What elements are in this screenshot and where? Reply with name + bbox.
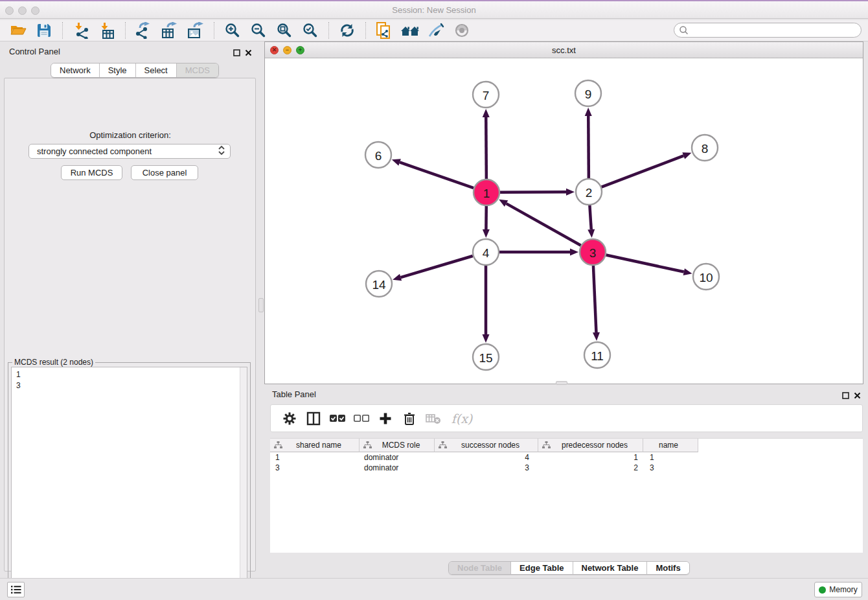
import-table-button[interactable] [94, 21, 120, 40]
close-panel-button[interactable]: Close panel [131, 165, 198, 180]
graph-edge-arrowhead [483, 109, 490, 117]
cell-name[interactable]: 1 [643, 452, 698, 463]
function-builder-button[interactable]: f(x) [445, 408, 479, 430]
cell-mcds-role[interactable]: dominator [360, 463, 435, 473]
tab-network[interactable]: Network [51, 63, 100, 77]
result-scrollbar[interactable] [240, 367, 247, 600]
cell-successor-nodes[interactable]: 3 [435, 463, 538, 473]
column-header-predecessor-nodes[interactable]: predecessor nodes [538, 439, 643, 452]
close-table-panel-icon[interactable] [854, 390, 861, 402]
graph-edge-3-1[interactable] [507, 203, 581, 246]
zoom-selected-button[interactable] [297, 21, 323, 40]
cell-shared-name[interactable]: 3 [270, 463, 360, 473]
column-header-shared-name[interactable]: shared name [270, 439, 360, 452]
graph-edge-1-7[interactable] [486, 117, 486, 179]
graph-node-label: 7 [483, 89, 490, 102]
graph-node-label: 9 [585, 87, 592, 101]
deselect-all-checkboxes-button[interactable] [349, 408, 373, 430]
cell-mcds-role[interactable]: dominator [360, 452, 435, 463]
tab-edge-table[interactable]: Edge Table [511, 562, 573, 574]
status-bar: Memory [0, 578, 868, 600]
memory-button[interactable]: Memory [814, 582, 862, 597]
zoom-fit-button[interactable] [271, 21, 297, 40]
eye-icon [453, 23, 470, 38]
mcds-result-textarea[interactable]: 1 3 [11, 367, 247, 600]
float-panel-icon[interactable] [233, 47, 240, 59]
cell-successor-nodes[interactable]: 4 [435, 452, 538, 463]
control-panel-title: Control Panel [9, 47, 60, 56]
column-header-mcds-role[interactable]: MCDS role [360, 439, 435, 452]
cell-predecessor-nodes[interactable]: 2 [538, 463, 643, 473]
tab-motifs[interactable]: Motifs [647, 562, 689, 574]
pane-divider-grip-left[interactable] [258, 298, 264, 312]
graph-edge-3-10[interactable] [606, 255, 684, 271]
optimization-criterion-select[interactable]: strongly connected component [29, 144, 231, 159]
column-header-successor-nodes[interactable]: successor nodes [435, 439, 538, 452]
memory-label: Memory [829, 585, 857, 594]
window-titlebar: Session: New Session [0, 0, 868, 19]
export-table-button[interactable] [157, 21, 183, 40]
show-hide-button[interactable] [449, 21, 475, 40]
graph-edge-3-11[interactable] [593, 266, 597, 332]
cell-predecessor-nodes[interactable]: 1 [538, 452, 643, 463]
first-neighbors-button[interactable] [397, 21, 423, 40]
graph-node-label: 2 [586, 186, 593, 200]
zoom-out-button[interactable] [246, 21, 271, 40]
save-session-button[interactable] [31, 21, 57, 40]
network-view-title: scc.txt [265, 45, 863, 55]
cell-name[interactable]: 3 [643, 463, 698, 473]
graph-edge-2-3[interactable] [589, 205, 591, 229]
apply-style-button[interactable] [423, 21, 449, 40]
graph-edge-1-2[interactable] [500, 192, 566, 192]
network-canvas[interactable]: 7968124314101511 [265, 58, 863, 384]
graph-edge-2-9[interactable] [588, 116, 589, 178]
tab-node-table[interactable]: Node Table [449, 562, 511, 574]
column-settings-button[interactable] [277, 408, 301, 430]
import-network-icon [73, 22, 89, 39]
search-input[interactable] [689, 25, 861, 36]
add-column-button[interactable] [373, 408, 397, 430]
run-mcds-button[interactable]: Run MCDS [61, 165, 122, 180]
refresh-layout-button[interactable] [334, 21, 360, 40]
float-table-panel-icon[interactable] [842, 390, 849, 402]
cell-shared-name[interactable]: 1 [270, 452, 360, 463]
zoom-in-icon [225, 23, 240, 38]
import-network-button[interactable] [68, 21, 94, 40]
selected-option-label: strongly connected component [37, 146, 152, 156]
delete-columns-button[interactable] [397, 408, 421, 430]
show-columns-button[interactable] [301, 408, 325, 430]
open-folder-button[interactable] [5, 21, 31, 40]
columns-icon [306, 411, 321, 426]
zoom-in-button[interactable] [220, 21, 246, 40]
clone-network-button[interactable] [371, 21, 397, 40]
toolbar-separator [214, 22, 214, 39]
list-icon [11, 585, 21, 594]
network-window-titlebar[interactable]: ✕ − + scc.txt [265, 42, 863, 58]
table-row[interactable]: 3 dominator 3 2 3 [270, 463, 863, 473]
tab-select[interactable]: Select [136, 63, 177, 77]
graph-edge-4-14[interactable] [401, 256, 473, 277]
first-neighbors-icon [400, 23, 420, 38]
tab-style[interactable]: Style [100, 63, 136, 77]
select-all-checkboxes-button[interactable] [325, 408, 349, 430]
task-history-button[interactable] [7, 582, 25, 597]
tab-network-table[interactable]: Network Table [573, 562, 648, 574]
graph-edge-2-8[interactable] [602, 156, 684, 187]
pane-divider-grip-bottom[interactable] [556, 381, 567, 385]
graph-node-label: 6 [375, 149, 382, 163]
search-field[interactable] [674, 23, 862, 38]
graph-edge-1-6[interactable] [400, 162, 474, 188]
graph-edge-arrowhead [566, 189, 575, 196]
graph-node-label: 11 [591, 349, 604, 363]
table-row[interactable]: 1 dominator 4 1 1 [270, 452, 863, 463]
graph-node-label: 1 [483, 187, 490, 200]
export-image-button[interactable] [183, 21, 209, 40]
delete-table-button[interactable] [421, 408, 445, 430]
export-network-button[interactable] [131, 21, 157, 40]
tab-mcds[interactable]: MCDS [177, 63, 218, 77]
close-panel-icon[interactable] [245, 47, 252, 59]
column-header-name[interactable]: name [643, 439, 698, 452]
save-icon [36, 23, 52, 38]
graph-edge-arrowhead [588, 229, 595, 238]
window-title: Session: New Session [0, 5, 868, 15]
